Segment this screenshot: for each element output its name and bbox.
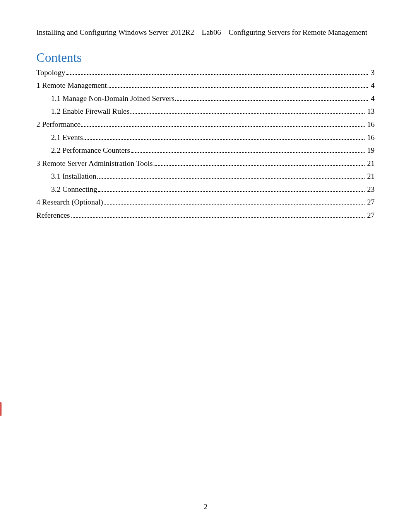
toc-leader bbox=[108, 81, 368, 88]
toc-page: 23 bbox=[366, 185, 375, 194]
toc-entry[interactable]: 2.1 Events 16 bbox=[36, 133, 375, 142]
toc-title: 1.1 Manage Non-Domain Joined Servers bbox=[51, 94, 175, 103]
toc-leader bbox=[97, 172, 365, 179]
toc-title: 2.1 Events bbox=[51, 133, 83, 142]
page-number: 2 bbox=[0, 503, 411, 511]
toc-entry[interactable]: 3.2 Connecting 23 bbox=[36, 185, 375, 194]
toc-title: Topology bbox=[36, 68, 65, 77]
toc-page: 16 bbox=[366, 120, 375, 129]
toc-page: 21 bbox=[366, 172, 375, 181]
toc-entry[interactable]: References 27 bbox=[36, 211, 375, 220]
toc-page: 4 bbox=[369, 94, 375, 103]
toc-title: 1.2 Enable Firewall Rules bbox=[51, 107, 130, 116]
toc-entry[interactable]: 1.2 Enable Firewall Rules 13 bbox=[36, 107, 375, 116]
toc-title: 3.1 Installation bbox=[51, 172, 96, 181]
toc-title: 1 Remote Management bbox=[36, 81, 107, 90]
toc-leader bbox=[71, 211, 365, 218]
toc-page: 21 bbox=[366, 159, 375, 168]
toc-entry[interactable]: 4 Research (Optional) 27 bbox=[36, 198, 375, 207]
toc-leader bbox=[175, 94, 368, 101]
toc-leader bbox=[130, 107, 365, 114]
toc-page: 13 bbox=[366, 107, 375, 116]
toc-leader bbox=[84, 133, 364, 140]
toc-page: 27 bbox=[366, 198, 375, 206]
toc-page: 19 bbox=[366, 146, 375, 155]
toc-page: 27 bbox=[366, 211, 375, 220]
toc-page: 4 bbox=[369, 81, 375, 90]
toc-leader bbox=[131, 146, 364, 153]
toc-title: 2.2 Performance Counters bbox=[51, 146, 130, 155]
toc-title: 3 Remote Server Administration Tools bbox=[36, 159, 153, 168]
toc-leader bbox=[66, 68, 368, 75]
toc-title: 2 Performance bbox=[36, 120, 80, 129]
toc-title: 4 Research (Optional) bbox=[36, 198, 103, 206]
toc-entry[interactable]: 1 Remote Management 4 bbox=[36, 81, 375, 90]
toc-leader bbox=[104, 198, 364, 205]
toc-title: References bbox=[36, 211, 70, 220]
toc-leader bbox=[81, 120, 364, 127]
document-header: Installing and Configuring Windows Serve… bbox=[36, 27, 375, 38]
toc-leader bbox=[98, 185, 364, 192]
toc-entry[interactable]: 2 Performance 16 bbox=[36, 120, 375, 129]
toc-entry[interactable]: 3.1 Installation 21 bbox=[36, 172, 375, 181]
table-of-contents: Topology 3 1 Remote Management 4 1.1 Man… bbox=[36, 68, 375, 220]
document-page: Installing and Configuring Windows Serve… bbox=[0, 0, 411, 532]
toc-leader bbox=[154, 159, 365, 166]
toc-entry[interactable]: Topology 3 bbox=[36, 68, 375, 77]
toc-title: 3.2 Connecting bbox=[51, 185, 97, 194]
toc-page: 16 bbox=[366, 133, 375, 142]
toc-entry[interactable]: 3 Remote Server Administration Tools 21 bbox=[36, 159, 375, 168]
contents-heading: Contents bbox=[36, 51, 375, 65]
toc-entry[interactable]: 1.1 Manage Non-Domain Joined Servers 4 bbox=[36, 94, 375, 103]
toc-entry[interactable]: 2.2 Performance Counters 19 bbox=[36, 146, 375, 155]
toc-page: 3 bbox=[369, 68, 375, 77]
